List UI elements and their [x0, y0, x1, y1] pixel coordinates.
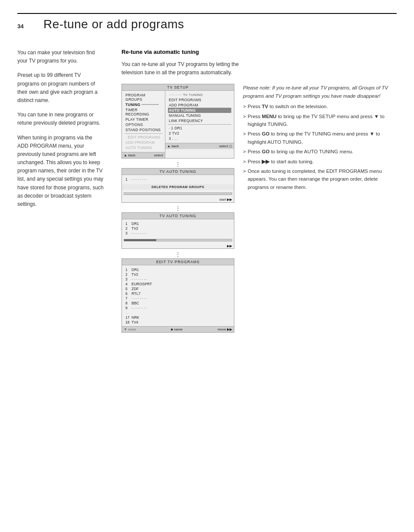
- screen4-move: move ▶▶: [217, 327, 232, 331]
- screen4-item18: 18TV4: [125, 320, 231, 324]
- instruction-5: > Press ▶▶ to start auto tuning.: [243, 158, 397, 165]
- right-column: Re-tune via automatic tuning You can re-…: [113, 49, 397, 335]
- start-button-area: start ▶▶: [122, 197, 234, 202]
- screen4-item17: 17NRK: [125, 315, 231, 320]
- menu-edit-programs-r: EDIT PROGRAMS: [168, 97, 231, 102]
- instruction-3: > Press GO to bring up the TV TUNING men…: [243, 130, 397, 146]
- screen2-body: 1 · · · · · · · ·: [122, 175, 234, 183]
- screen1r-back: ▲ back: [167, 144, 179, 148]
- left-column: You can make your television find your T…: [17, 49, 113, 335]
- menu-auto-tuning: AUTO TUNING: [125, 145, 162, 150]
- menu-timer-recording: TIMER RECORDING: [125, 107, 162, 117]
- screen3-item2: 2 TV2: [125, 226, 231, 231]
- right-inner: TV SETUP PROGRAM GROUPS TUNING ·········…: [122, 84, 397, 335]
- screen1-select: select: [154, 153, 163, 157]
- menu-tuning: TUNING ···············: [125, 102, 162, 107]
- progress-bar-bg: [124, 192, 232, 195]
- progress-bar-area3: [122, 237, 234, 243]
- connector1: ⋮: [122, 161, 234, 167]
- page-title: Re-tune or add programs: [43, 17, 184, 31]
- left-para-4: When tuning in programs via the ADD PROG…: [17, 134, 104, 209]
- screen4-item1: 1DR1: [125, 267, 231, 272]
- screen1-back: ▲ back: [124, 153, 135, 157]
- menu-tv-tuning-header: ············ TV TUNING: [168, 93, 231, 97]
- arrow-6: >: [243, 167, 246, 191]
- progress-bar-fill3: [124, 239, 156, 241]
- screen3-item3: 3 · · · · · · · ·: [125, 231, 231, 235]
- screen4-bottom-bar: ▼ more ■ name move ▶▶: [122, 326, 234, 332]
- instructions-column: Please note: If you re-tune all your TV …: [243, 84, 397, 335]
- screen1-right-panel: ············ TV TUNING EDIT PROGRAMS ADD…: [165, 91, 234, 158]
- screen4: EDIT TV PROGRAMS 1DR1 2TV2 3· · · · · · …: [122, 258, 234, 333]
- arrow-2: >: [243, 112, 246, 129]
- screen1-title: TV SETUP: [122, 84, 234, 91]
- divider2: [168, 124, 231, 125]
- screen3: TV AUTO TUNING 1 DR1 2 TV2 3: [122, 212, 234, 249]
- menu-add-program-r: ADD PROGRAM: [168, 102, 231, 108]
- screen4-item6: 6RTL7: [125, 291, 231, 296]
- left-para-1: You can make your television find your T…: [17, 49, 104, 65]
- instruction-text-3: Press GO to bring up the TV TUNING menu …: [248, 130, 397, 146]
- menu-options: OPTIONS: [125, 122, 162, 127]
- arrow-3: >: [243, 130, 246, 146]
- menu-3dots: 3 . . .: [168, 136, 231, 141]
- screen1: TV SETUP PROGRAM GROUPS TUNING ·········…: [122, 84, 234, 159]
- menu-2tv2: 2 TV2: [168, 131, 231, 136]
- instruction-text-1: Press TV to switch on the television.: [248, 102, 397, 110]
- page-container: 34 Re-tune or add programs You can make …: [0, 0, 414, 532]
- screen4-item2: 2TV2: [125, 272, 231, 277]
- screen4-body: 1DR1 2TV2 3· · · · · · · · 4EUROSPRT 5ZD…: [122, 265, 234, 326]
- screen1r-select: select ◻: [219, 144, 232, 148]
- screen4-item3: 3· · · · · · · ·: [125, 277, 231, 281]
- menu-add-program: ADD PROGRAM: [125, 140, 162, 145]
- screen3-item1: 1 DR1: [125, 221, 231, 226]
- screen1-left-body: PROGRAM GROUPS TUNING ··············· TI…: [122, 91, 165, 152]
- arrow-5: >: [243, 158, 246, 165]
- screen2-title: TV AUTO TUNING: [122, 169, 234, 175]
- screenshots-column: TV SETUP PROGRAM GROUPS TUNING ·········…: [122, 84, 234, 335]
- connector2: ⋮: [122, 205, 234, 211]
- menu-1dr1: · 1 DR1: [168, 126, 231, 131]
- screen1-split: PROGRAM GROUPS TUNING ··············· TI…: [122, 91, 234, 158]
- screen4-name: ■ name: [171, 327, 183, 331]
- screen3-arrow: ▶▶: [227, 244, 232, 248]
- delete-notice: DELETES PROGRAM GROUPS: [122, 184, 234, 190]
- screen3-body: 1 DR1 2 TV2 3 · · · · · · · ·: [122, 219, 234, 237]
- progress-bar-area: [122, 191, 234, 197]
- left-para-3: You can tune in new programs or retune p…: [17, 111, 104, 127]
- screen4-item7: 7· · · · · · · ·: [125, 296, 231, 301]
- arrow-4: >: [243, 148, 246, 155]
- progress-bar-bg3: [124, 239, 232, 241]
- screen3-title: TV AUTO TUNING: [122, 213, 234, 219]
- screen1-right-body: ············ TV TUNING EDIT PROGRAMS ADD…: [165, 91, 234, 143]
- menu-edit-programs: · EDIT PROGRAMS: [125, 135, 162, 140]
- menu-stand-positions: STAND POSITIONS: [125, 127, 162, 132]
- screen4-item4: 4EUROSPRT: [125, 281, 231, 286]
- instruction-2: > Press MENU to bring up the TV SETUP me…: [243, 112, 397, 129]
- page-header: 34 Re-tune or add programs: [17, 13, 397, 31]
- page-number: 34: [17, 23, 30, 30]
- screen4-item8: 8BBC: [125, 301, 231, 305]
- screen2: TV AUTO TUNING 1 · · · · · · · · DELETES…: [122, 168, 234, 203]
- connector3: ⋮: [122, 251, 234, 258]
- menu-manual-tuning-r: MANUAL TUNING: [168, 113, 231, 118]
- screen1r-bottom-bar: ▲ back select ◻: [165, 143, 234, 149]
- screen4-more: ▼ more: [124, 327, 136, 331]
- arrow-1: >: [243, 102, 246, 110]
- screen1-bottom-bar: ▲ back select: [122, 152, 165, 158]
- screen1-left-panel: PROGRAM GROUPS TUNING ··············· TI…: [122, 91, 165, 158]
- screen4-title: EDIT TV PROGRAMS: [122, 259, 234, 265]
- screen4-item5: 5ZDF: [125, 286, 231, 291]
- divider1: [125, 133, 162, 134]
- menu-play-timer: PLAY TIMER: [125, 117, 162, 122]
- menu-link-frequency-r: LINK FREQUENCY: [168, 118, 231, 123]
- section-description: You can re-tune all your TV programs by …: [122, 60, 260, 77]
- instruction-text-6: Once auto tuning is completed, the EDIT …: [248, 167, 397, 191]
- note-text: Please note: If you re-tune all your TV …: [243, 84, 397, 100]
- instruction-6: > Once auto tuning is completed, the EDI…: [243, 167, 397, 191]
- menu-auto-tuning-r: AUTO TUNING: [168, 108, 231, 113]
- instruction-text-5: Press ▶▶ to start auto tuning.: [248, 158, 397, 165]
- screen2-line1: 1 · · · · · · · ·: [125, 177, 231, 182]
- instruction-1: > Press TV to switch on the television.: [243, 102, 397, 110]
- screen4-item9: 9· · · · · · · ·: [125, 305, 231, 310]
